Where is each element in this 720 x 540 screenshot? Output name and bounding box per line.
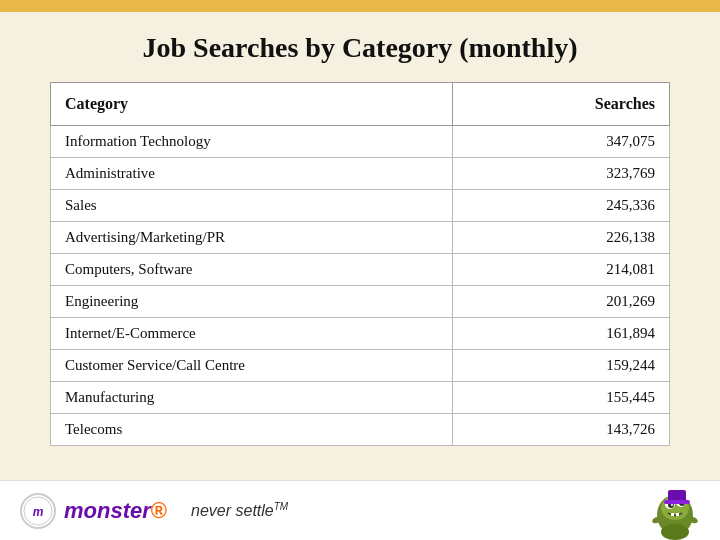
monster-logo: m monster®	[20, 493, 167, 529]
header-category: Category	[51, 83, 453, 126]
cell-category: Administrative	[51, 158, 453, 190]
monster-character	[620, 480, 700, 540]
table-row: Telecoms143,726	[51, 414, 670, 446]
never-settle-tagline: never settleTM	[191, 501, 288, 520]
table-row: Computers, Software214,081	[51, 254, 670, 286]
job-searches-table: Category Searches Information Technology…	[50, 82, 670, 446]
cell-category: Sales	[51, 190, 453, 222]
svg-point-8	[671, 504, 673, 506]
table-header-row: Category Searches	[51, 83, 670, 126]
table-row: Administrative323,769	[51, 158, 670, 190]
cell-category: Engineering	[51, 286, 453, 318]
never-settle-text: never settle	[191, 502, 274, 519]
cell-category: Advertising/Marketing/PR	[51, 222, 453, 254]
cell-searches: 347,075	[453, 126, 670, 158]
cell-category: Computers, Software	[51, 254, 453, 286]
svg-text:m: m	[33, 505, 44, 519]
cell-searches: 201,269	[453, 286, 670, 318]
cell-category: Manufacturing	[51, 382, 453, 414]
table-row: Sales245,336	[51, 190, 670, 222]
top-bar	[0, 0, 720, 12]
svg-rect-13	[676, 513, 679, 516]
table-row: Internet/E-Commerce161,894	[51, 318, 670, 350]
cell-searches: 245,336	[453, 190, 670, 222]
table-row: Information Technology347,075	[51, 126, 670, 158]
svg-rect-11	[664, 500, 690, 504]
footer: m monster® never settleTM	[0, 480, 720, 540]
cell-searches: 161,894	[453, 318, 670, 350]
header-searches: Searches	[453, 83, 670, 126]
table-row: Engineering201,269	[51, 286, 670, 318]
monster-dot: ®	[151, 498, 167, 523]
monster-circle-icon: m	[20, 493, 56, 529]
cell-category: Customer Service/Call Centre	[51, 350, 453, 382]
content-area: Job Searches by Category (monthly) Categ…	[0, 12, 720, 456]
cell-searches: 143,726	[453, 414, 670, 446]
cell-searches: 214,081	[453, 254, 670, 286]
monster-text: monster	[64, 498, 151, 523]
svg-point-16	[661, 524, 689, 540]
cell-searches: 323,769	[453, 158, 670, 190]
table-body: Information Technology347,075Administrat…	[51, 126, 670, 446]
cell-searches: 155,445	[453, 382, 670, 414]
cell-searches: 159,244	[453, 350, 670, 382]
cell-category: Information Technology	[51, 126, 453, 158]
cell-category: Internet/E-Commerce	[51, 318, 453, 350]
table-row: Advertising/Marketing/PR226,138	[51, 222, 670, 254]
table-row: Customer Service/Call Centre159,244	[51, 350, 670, 382]
page-title: Job Searches by Category (monthly)	[50, 32, 670, 64]
trademark-symbol: TM	[274, 501, 288, 512]
cell-searches: 226,138	[453, 222, 670, 254]
svg-rect-12	[671, 513, 674, 516]
monster-brand-text: monster®	[64, 498, 167, 524]
cell-category: Telecoms	[51, 414, 453, 446]
table-row: Manufacturing155,445	[51, 382, 670, 414]
